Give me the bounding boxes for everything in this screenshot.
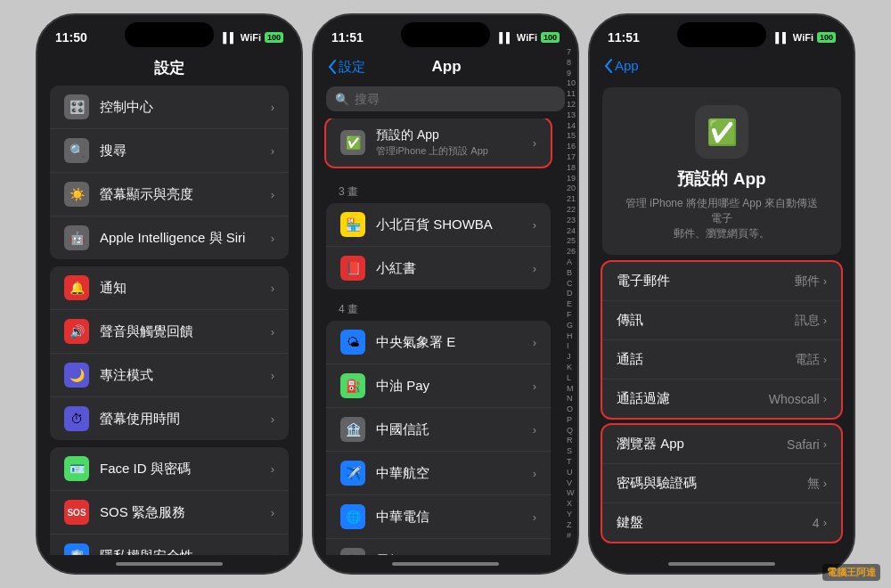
phone-2: 11:51 ▌▌ WiFi 100 設定 App 🔍 ✅ 預設的 App 管理i… [312, 13, 579, 575]
app-desc: 管理 iPhone 將使用哪些 App 來自動傳送電子郵件、瀏覽網頁等。 [620, 196, 823, 241]
back-label-3: App [615, 58, 639, 73]
item-search[interactable]: 🔍 搜尋 › [50, 129, 289, 173]
privacy-icon: 🛡️ [64, 543, 89, 555]
ai-label: Apple Intelligence 與 Siri [100, 230, 271, 247]
xiaohongshu-icon: 📕 [340, 256, 365, 281]
row-keyboard[interactable]: 鍵盤 4 › [602, 503, 841, 542]
search-bar-2[interactable]: 🔍 [326, 86, 565, 111]
row-passwords[interactable]: 密碼與驗證碼 無 › [602, 464, 841, 503]
signal-icon-3: ▌▌ [775, 32, 789, 43]
item-face-id[interactable]: 🪪 Face ID 與密碼 › [50, 447, 289, 491]
item-screen-time[interactable]: ⏱ 螢幕使用時間 › [50, 397, 289, 440]
display-icon: ☀️ [64, 182, 89, 207]
wifi-icon-1: WiFi [241, 32, 261, 43]
back-button-3[interactable]: App [604, 58, 639, 73]
china-airlines-icon: ✈️ [340, 461, 365, 486]
default-app-detail[interactable]: ✅ 預設的 App 管理 iPhone 將使用哪些 App 來自動傳送電子郵件、… [590, 80, 854, 555]
item-zhongyou[interactable]: ⛽ 中油 Pay › [326, 364, 551, 408]
dynamic-island-1 [125, 22, 214, 47]
item-weather-gov[interactable]: 🌤 中央氣象署 E › [326, 321, 551, 364]
app-list[interactable]: ✅ 預設的 App 管理iPhone 上的預設 App › 3 畫 🏪 小北百貨… [314, 118, 577, 555]
item-privacy[interactable]: 🛡️ 隱私權與安全性 › [50, 535, 289, 555]
phone-3: 11:51 ▌▌ WiFi 100 App ✅ 預設的 App 管理 iPhon… [588, 13, 855, 575]
item-display[interactable]: ☀️ 螢幕顯示與亮度 › [50, 173, 289, 216]
default-app-icon: ✅ [340, 130, 365, 155]
chunghwa-telecom-icon: 🌐 [340, 504, 365, 529]
notifications-icon: 🔔 [64, 275, 89, 300]
chunghwa-bill-label: 中國信託 [376, 421, 533, 438]
row-calls[interactable]: 通話 電話 › [602, 340, 841, 380]
status-icons-3: ▌▌ WiFi 100 [775, 32, 836, 43]
item-sos[interactable]: SOS SOS 緊急服務 › [50, 491, 289, 535]
back-button-2[interactable]: 設定 [328, 59, 365, 76]
battery-3: 100 [817, 32, 836, 43]
item-focus[interactable]: 🌙 專注模式 › [50, 354, 289, 397]
notifications-label: 通知 [100, 280, 271, 297]
home-bar-2 [392, 562, 499, 566]
chunghwa-telecom-label: 中華電信 [376, 509, 533, 526]
nav-title-2: App [365, 58, 527, 76]
default-settings-section-1: 電子郵件 郵件 › 傳訊 訊息 › 通話 電話 › 通話過濾 Whoscall … [602, 262, 841, 418]
chevron-3: › [271, 188, 274, 201]
item-apple-intelligence[interactable]: 🤖 Apple Intelligence 與 Siri › [50, 216, 289, 259]
home-indicator-3 [590, 555, 854, 573]
item-notifications[interactable]: 🔔 通知 › [50, 266, 289, 310]
item-chunghwa-bill[interactable]: 🏦 中國信託 › [326, 408, 551, 452]
default-app-sublabel: 管理iPhone 上的預設 App [376, 144, 533, 158]
weather-label: 天氣 [376, 552, 533, 556]
zhongyou-label: 中油 Pay [376, 378, 533, 395]
item-china-airlines[interactable]: ✈️ 中華航空 › [326, 452, 551, 495]
row-browser[interactable]: 瀏覽器 App Safari › [602, 425, 841, 464]
sounds-icon: 🔊 [64, 319, 89, 344]
face-id-icon: 🪪 [64, 456, 89, 481]
app-icon-large: ✅ [695, 105, 748, 159]
item-sounds[interactable]: 🔊 聲音與觸覺回饋 › [50, 310, 289, 354]
showba-icon: 🏪 [340, 212, 365, 237]
time-3: 11:51 [608, 30, 640, 45]
item-default-app[interactable]: ✅ 預設的 App 管理iPhone 上的預設 App › [326, 118, 551, 167]
app-name-large: 預設的 App [677, 167, 765, 191]
item-showba[interactable]: 🏪 小北百貨 SHOWBA › [326, 203, 551, 247]
item-xiaohongshu[interactable]: 📕 小紅書 › [326, 247, 551, 290]
watermark: 電腦王阿達 [822, 564, 880, 581]
row-messages[interactable]: 傳訊 訊息 › [602, 301, 841, 340]
chunghwa-bill-icon: 🏦 [340, 417, 365, 442]
dynamic-island-3 [677, 22, 766, 47]
signal-icon-2: ▌▌ [499, 32, 513, 43]
china-airlines-label: 中華航空 [376, 465, 533, 482]
home-indicator-2 [314, 555, 577, 573]
search-input-2[interactable] [355, 92, 556, 106]
signal-icon-1: ▌▌ [223, 32, 237, 43]
section-4-apps: 🌤 中央氣象署 E › ⛽ 中油 Pay › 🏦 中國信託 › ✈️ 中華航空 … [326, 321, 551, 555]
weather-gov-icon: 🌤 [340, 330, 365, 355]
section-4-header: 4 畫 [314, 297, 563, 321]
focus-icon: 🌙 [64, 363, 89, 388]
item-chunghwa-telecom[interactable]: 🌐 中華電信 › [326, 495, 551, 539]
nav-title-1: 設定 [52, 58, 287, 78]
item-control-center[interactable]: 🎛️ 控制中心 › [50, 86, 289, 129]
face-id-label: Face ID 與密碼 [100, 461, 271, 478]
battery-2: 100 [541, 32, 560, 43]
status-icons-1: ▌▌ WiFi 100 [223, 32, 283, 43]
phone-1: 11:50 ▌▌ WiFi 100 設定 🎛️ 控制中心 › 🔍 搜尋 › ☀️… [36, 13, 303, 575]
battery-1: 100 [265, 32, 283, 43]
chevron-4: › [271, 232, 274, 245]
row-call-filter[interactable]: 通話過濾 Whoscall › [602, 380, 841, 418]
zhongyou-icon: ⛽ [340, 373, 365, 398]
alphabet-sidebar: 789 101112 131415 161718 192021 222324 2… [567, 47, 576, 540]
item-weather[interactable]: 🌥 天氣 › [326, 539, 551, 555]
row-email[interactable]: 電子郵件 郵件 › [602, 262, 841, 301]
section-3-header: 3 畫 [314, 179, 563, 203]
time-2: 11:51 [331, 30, 364, 45]
default-settings-section-2: 瀏覽器 App Safari › 密碼與驗證碼 無 › 鍵盤 4 › [602, 425, 841, 542]
settings-list-1[interactable]: 🎛️ 控制中心 › 🔍 搜尋 › ☀️ 螢幕顯示與亮度 › 🤖 Apple In… [37, 86, 301, 555]
wifi-icon-3: WiFi [793, 32, 813, 43]
focus-label: 專注模式 [100, 367, 271, 384]
chevron-2: › [271, 144, 274, 158]
home-bar-3 [668, 562, 775, 566]
wifi-icon-2: WiFi [517, 32, 537, 43]
default-app-label: 預設的 App [376, 127, 533, 143]
home-indicator-1 [37, 555, 301, 573]
screen-time-icon: ⏱ [64, 406, 89, 431]
nav-bar-1: 設定 [37, 54, 301, 86]
